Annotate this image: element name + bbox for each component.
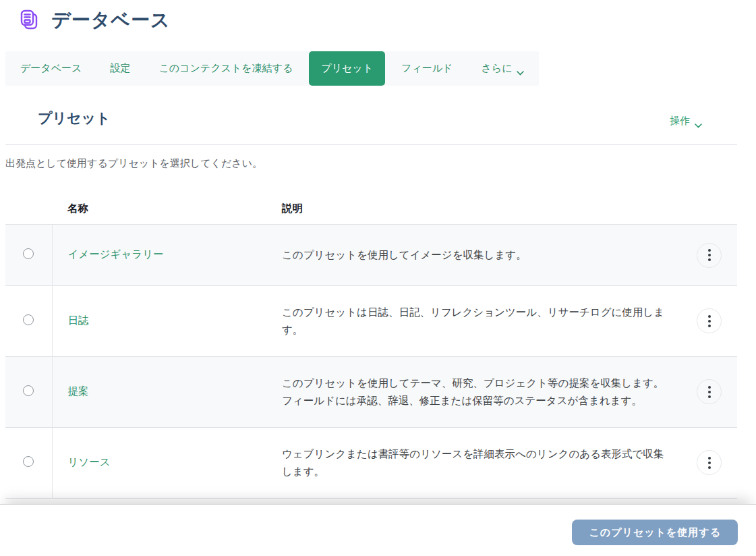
preset-description: このプリセットを使用してテーマ、研究、プロジェクト等の提案を収集します。フィール… (282, 356, 681, 427)
tab-settings[interactable]: 設定 (98, 51, 142, 86)
tab-presets[interactable]: プリセット (309, 51, 385, 86)
use-preset-button[interactable]: このプリセットを使用する (572, 520, 738, 545)
preset-name-link[interactable]: 日誌 (68, 314, 89, 326)
preset-description: このプリセットを使用してイメージを収集します。 (282, 225, 681, 286)
actions-column-header (681, 194, 737, 225)
preset-name-cell: 提案 (52, 356, 282, 427)
tab-more-label: さらに (481, 62, 512, 75)
table-row: 提案 このプリセットを使用してテーマ、研究、プロジェクト等の提案を収集します。フ… (5, 356, 737, 427)
actions-dropdown-label: 操作 (670, 115, 690, 128)
sticky-footer: このプリセットを使用する (0, 505, 756, 556)
kebab-menu-button[interactable] (697, 379, 722, 404)
presets-table: 名称 説明 イメージギャラリー このプリセットを使用してイメージを収集します。 … (5, 194, 737, 499)
tab-database[interactable]: データベース (8, 51, 94, 86)
name-column-header: 名称 (52, 194, 282, 225)
tab-fields[interactable]: フィールド (389, 51, 465, 86)
preset-radio-cell (5, 427, 52, 498)
tab-freeze-context[interactable]: このコンテクストを凍結する (146, 51, 305, 86)
preset-menu-cell (681, 356, 737, 427)
page-title: データベース (51, 7, 171, 34)
table-header-row: 名称 説明 (5, 194, 737, 225)
preset-radio[interactable] (23, 248, 34, 259)
preset-name-cell: リソース (52, 427, 282, 498)
preset-menu-cell (681, 285, 737, 356)
preset-menu-cell (681, 427, 737, 498)
actions-dropdown[interactable]: 操作 (670, 115, 702, 128)
secondary-tabbar: データベース 設定 このコンテクストを凍結する プリセット フィールド さらに (5, 51, 539, 86)
chevron-down-icon (517, 66, 524, 71)
tab-more[interactable]: さらに (469, 51, 535, 86)
presets-section-title: プリセット (38, 109, 110, 128)
activity-header: データベース (16, 0, 737, 34)
section-divider (5, 144, 737, 145)
kebab-menu-button[interactable] (697, 450, 722, 475)
section-heading-row: プリセット 操作 (5, 109, 737, 128)
preset-description: このプリセットは日誌、日記、リフレクションツール、リサーチログに使用します。 (282, 285, 681, 356)
preset-radio-cell (5, 285, 52, 356)
intro-text: 出発点として使用するプリセットを選択してください。 (5, 157, 737, 170)
kebab-menu-button[interactable] (697, 243, 722, 268)
chevron-down-icon (695, 119, 702, 123)
preset-name-link[interactable]: リソース (68, 456, 111, 468)
table-row: イメージギャラリー このプリセットを使用してイメージを収集します。 (5, 225, 737, 286)
preset-name-cell: 日誌 (52, 285, 282, 356)
preset-radio-cell (5, 225, 52, 286)
database-activity-icon (16, 7, 42, 33)
preset-radio[interactable] (23, 314, 34, 325)
preset-menu-cell (681, 225, 737, 286)
kebab-menu-button[interactable] (697, 308, 722, 333)
page-content: データベース データベース 設定 このコンテクストを凍結する プリセット フィー… (5, 0, 737, 499)
preset-radio[interactable] (23, 456, 34, 467)
preset-description: ウェブリンクまたは書評等のリソースを詳細表示へのリンクのある表形式で収集します。 (282, 427, 681, 498)
preset-radio[interactable] (23, 385, 34, 396)
preset-name-cell: イメージギャラリー (52, 225, 282, 286)
table-row: リソース ウェブリンクまたは書評等のリソースを詳細表示へのリンクのある表形式で収… (5, 427, 737, 498)
table-row: 日誌 このプリセットは日誌、日記、リフレクションツール、リサーチログに使用します… (5, 285, 737, 356)
preset-name-link[interactable]: イメージギャラリー (68, 248, 164, 260)
description-column-header: 説明 (282, 194, 681, 225)
preset-radio-cell (5, 356, 52, 427)
preset-name-link[interactable]: 提案 (68, 385, 89, 397)
select-column-header (5, 194, 52, 225)
